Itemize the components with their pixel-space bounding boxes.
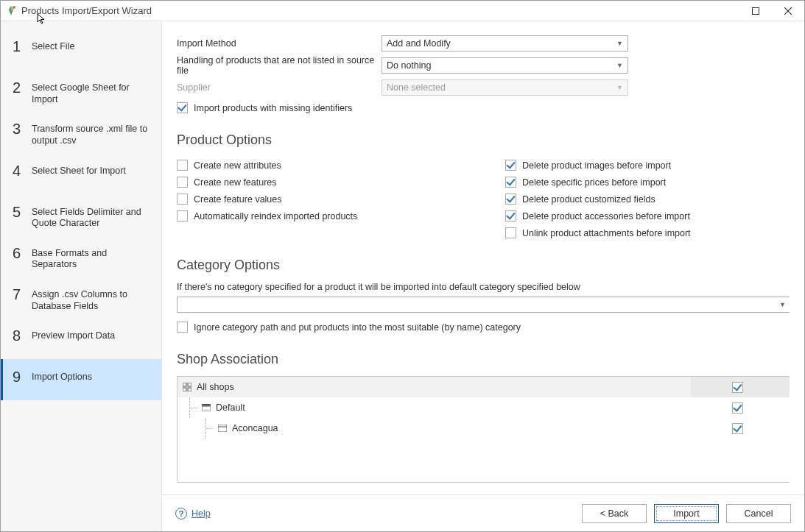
- step-4[interactable]: 4 Select Sheet for Import: [1, 153, 161, 194]
- help-link[interactable]: ? Help: [175, 508, 211, 519]
- import-button[interactable]: Import: [654, 504, 719, 523]
- step-3[interactable]: 3 Transform source .xml file to output .…: [1, 111, 161, 152]
- grid-icon: [182, 382, 192, 392]
- create-feature-values-checkbox[interactable]: [177, 194, 188, 205]
- category-note: If there's no category specified for a p…: [177, 282, 790, 292]
- svg-rect-4: [183, 383, 186, 386]
- auto-reindex-checkbox[interactable]: [177, 210, 188, 221]
- wizard-footer: ? Help < Back Import Cancel: [162, 494, 804, 531]
- ignore-category-path-checkbox[interactable]: [177, 322, 188, 333]
- shop-aconcagua-checkbox[interactable]: [732, 423, 743, 434]
- product-options-heading: Product Options: [177, 132, 790, 148]
- app-icon: [5, 5, 17, 17]
- delete-custom-fields-checkbox[interactable]: [505, 194, 516, 205]
- create-attributes-checkbox[interactable]: [177, 160, 188, 171]
- close-button[interactable]: [772, 1, 804, 21]
- step-1[interactable]: 1 Select File: [1, 29, 161, 70]
- svg-point-0: [13, 6, 15, 9]
- svg-rect-8: [202, 404, 211, 406]
- delete-accessories-checkbox[interactable]: [505, 210, 516, 221]
- titlebar: Products Import/Export Wizard: [1, 1, 804, 21]
- chevron-down-icon: ▼: [779, 301, 786, 308]
- import-method-select[interactable]: Add and Modify ▼: [382, 35, 628, 52]
- ignore-category-label: Ignore category path and put products in…: [194, 322, 521, 333]
- svg-rect-7: [188, 388, 191, 391]
- window-icon: [217, 423, 228, 433]
- shop-row-aconcagua[interactable]: Aconcagua: [177, 418, 790, 439]
- help-icon: ?: [175, 508, 187, 519]
- svg-rect-9: [202, 406, 211, 411]
- supplier-label: Supplier: [177, 82, 382, 93]
- content-pane: Import Method Add and Modify ▼ Handling …: [162, 21, 804, 531]
- shop-row-all[interactable]: All shops: [177, 377, 790, 397]
- handling-select[interactable]: Do nothing ▼: [382, 57, 628, 74]
- window-title: Products Import/Export Wizard: [21, 5, 739, 16]
- step-8[interactable]: 8 Preview Import Data: [1, 318, 161, 359]
- supplier-select: None selected ▼: [382, 79, 628, 96]
- step-7[interactable]: 7 Assign .csv Columns to Database Fields: [1, 277, 161, 318]
- chevron-down-icon: ▼: [616, 62, 623, 69]
- shop-all-checkbox[interactable]: [732, 382, 743, 393]
- default-category-select[interactable]: ▼: [177, 297, 790, 313]
- handling-label: Handling of products that are not listed…: [177, 55, 382, 76]
- shop-association-heading: Shop Association: [177, 352, 790, 367]
- back-button[interactable]: < Back: [582, 504, 647, 523]
- shop-association-table: All shops Default: [177, 376, 790, 483]
- category-options-heading: Category Options: [177, 258, 790, 273]
- unlink-attachments-checkbox[interactable]: [505, 227, 516, 238]
- import-missing-label: Import products with missing identifiers: [194, 103, 352, 113]
- wizard-window: Products Import/Export Wizard 1 Select F…: [0, 0, 805, 532]
- maximize-button[interactable]: [739, 1, 772, 21]
- chevron-down-icon: ▼: [616, 84, 623, 91]
- create-features-checkbox[interactable]: [177, 177, 188, 188]
- delete-images-checkbox[interactable]: [505, 160, 516, 171]
- svg-rect-5: [188, 383, 191, 386]
- step-2[interactable]: 2 Select Google Sheet for Import: [1, 70, 161, 111]
- shop-default-checkbox[interactable]: [732, 402, 743, 414]
- import-method-label: Import Method: [177, 38, 382, 49]
- step-5[interactable]: 5 Select Fields Delimiter and Quote Char…: [1, 194, 161, 235]
- step-9[interactable]: 9 Import Options: [1, 359, 161, 400]
- import-missing-checkbox[interactable]: [177, 102, 188, 113]
- svg-rect-10: [218, 425, 227, 432]
- folder-icon: [201, 402, 211, 413]
- step-6[interactable]: 6 Base Formats and Separators: [1, 235, 161, 277]
- svg-rect-1: [753, 7, 759, 14]
- cancel-button[interactable]: Cancel: [726, 504, 791, 523]
- svg-rect-6: [183, 388, 186, 391]
- delete-prices-checkbox[interactable]: [505, 177, 516, 188]
- wizard-steps-sidebar: 1 Select File 2 Select Google Sheet for …: [1, 21, 162, 531]
- shop-row-default[interactable]: Default: [177, 397, 790, 418]
- chevron-down-icon: ▼: [616, 40, 623, 47]
